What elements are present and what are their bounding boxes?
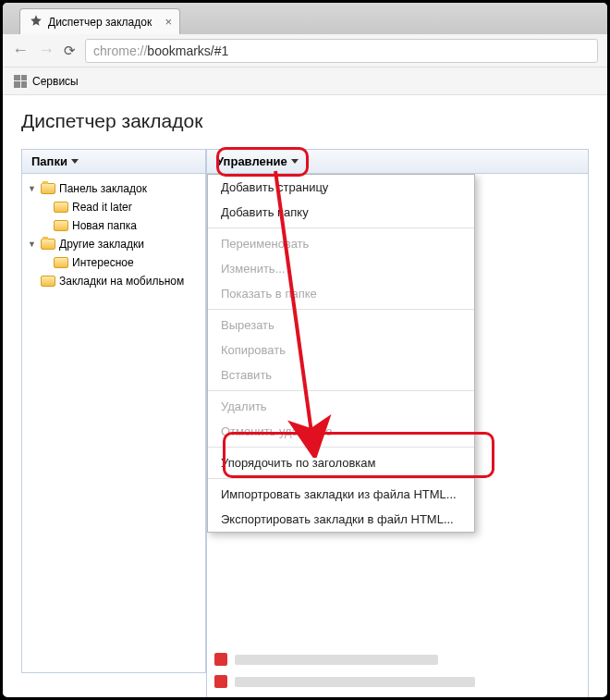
folder-icon bbox=[41, 276, 55, 287]
back-button[interactable]: ← bbox=[12, 41, 29, 60]
dropdown-item[interactable]: Добавить страницу bbox=[208, 175, 474, 200]
dropdown-item: Копировать bbox=[208, 338, 474, 362]
dropdown-item: Вставить bbox=[208, 362, 474, 387]
tree-item-label: Интересное bbox=[72, 256, 134, 269]
tree-item-label: Новая папка bbox=[72, 219, 137, 232]
folders-column: Папки ▼Панель закладокRead it laterНовая… bbox=[21, 149, 206, 700]
chevron-down-icon bbox=[71, 159, 79, 164]
tree-item[interactable]: Новая папка bbox=[26, 216, 201, 235]
dropdown-item[interactable]: Экспортировать закладки в файл HTML... bbox=[208, 507, 474, 532]
chevron-down-icon bbox=[291, 159, 299, 164]
tab-title: Диспетчер закладок bbox=[48, 16, 152, 29]
dropdown-item: Изменить... bbox=[208, 256, 474, 281]
folder-icon bbox=[54, 257, 68, 268]
manage-column: Управление Добавить страницуДобавить пап… bbox=[206, 149, 589, 700]
url-path: bookmarks/#1 bbox=[147, 43, 228, 58]
page-title: Диспетчер закладок bbox=[21, 110, 589, 132]
reload-button[interactable]: ⟳ bbox=[64, 43, 76, 59]
manage-dropdown: Добавить страницуДобавить папкуПереимено… bbox=[207, 174, 475, 533]
tree-item[interactable]: ▼Панель закладок bbox=[26, 179, 201, 198]
folder-tree: ▼Панель закладокRead it laterНовая папка… bbox=[21, 174, 206, 673]
tree-item-label: Панель закладок bbox=[59, 182, 147, 195]
dropdown-item: Отменить удаление bbox=[208, 419, 474, 444]
dropdown-item: Показать в папке bbox=[208, 281, 474, 306]
dropdown-item[interactable]: Импортровать закладки из файла HTML... bbox=[208, 482, 474, 507]
url-input[interactable]: chrome://bookmarks/#1 bbox=[85, 39, 598, 63]
dropdown-item[interactable]: Добавить папку bbox=[208, 200, 474, 225]
folder-icon bbox=[54, 202, 68, 213]
bookmarks-bar: Сервисы bbox=[3, 68, 607, 95]
folder-icon bbox=[41, 239, 55, 250]
folder-icon bbox=[41, 183, 55, 194]
dropdown-item[interactable]: Упорядочить по заголовкам bbox=[208, 450, 474, 475]
dropdown-separator bbox=[208, 447, 474, 448]
folders-header-label: Папки bbox=[31, 154, 67, 168]
star-icon bbox=[30, 14, 43, 30]
tree-item-label: Другие закладки bbox=[59, 238, 144, 251]
browser-tab[interactable]: Диспетчер закладок × bbox=[19, 8, 180, 34]
tab-bar: Диспетчер закладок × bbox=[3, 3, 607, 34]
close-icon[interactable]: × bbox=[165, 15, 173, 29]
tree-item[interactable]: ▼Другие закладки bbox=[26, 235, 201, 253]
browser-window: Диспетчер закладок × ← → ⟳ chrome://book… bbox=[0, 0, 610, 700]
dropdown-separator bbox=[208, 227, 474, 228]
dropdown-item: Вырезать bbox=[208, 313, 474, 338]
folders-header[interactable]: Папки bbox=[21, 149, 206, 174]
dropdown-item: Переименовать bbox=[208, 231, 474, 256]
url-prefix: chrome:// bbox=[93, 43, 147, 58]
dropdown-separator bbox=[208, 390, 474, 391]
tree-item[interactable]: Read it later bbox=[26, 198, 201, 216]
tree-toggle-icon[interactable]: ▼ bbox=[28, 184, 37, 193]
folder-icon bbox=[54, 220, 68, 231]
tree-item[interactable]: Закладки на мобильном bbox=[26, 272, 201, 290]
dropdown-item: Удалить bbox=[208, 394, 474, 419]
dropdown-separator bbox=[208, 309, 474, 310]
forward-button: → bbox=[38, 41, 55, 60]
apps-icon[interactable] bbox=[14, 75, 27, 88]
bookmarks-bar-services[interactable]: Сервисы bbox=[32, 75, 79, 88]
tree-toggle-icon[interactable]: ▼ bbox=[28, 239, 37, 249]
tree-item-label: Закладки на мобильном bbox=[59, 275, 184, 288]
tree-item-label: Read it later bbox=[72, 201, 132, 214]
address-bar: ← → ⟳ chrome://bookmarks/#1 bbox=[3, 34, 607, 68]
bookmarks-list: Добавить страницуДобавить папкуПереимено… bbox=[206, 174, 589, 700]
dropdown-separator bbox=[208, 478, 474, 479]
page-content: Диспетчер закладок Папки ▼Панель закладо… bbox=[3, 95, 607, 700]
manage-header[interactable]: Управление bbox=[206, 149, 589, 174]
tree-item[interactable]: Интересное bbox=[26, 253, 201, 272]
manage-header-label: Управление bbox=[216, 154, 287, 168]
